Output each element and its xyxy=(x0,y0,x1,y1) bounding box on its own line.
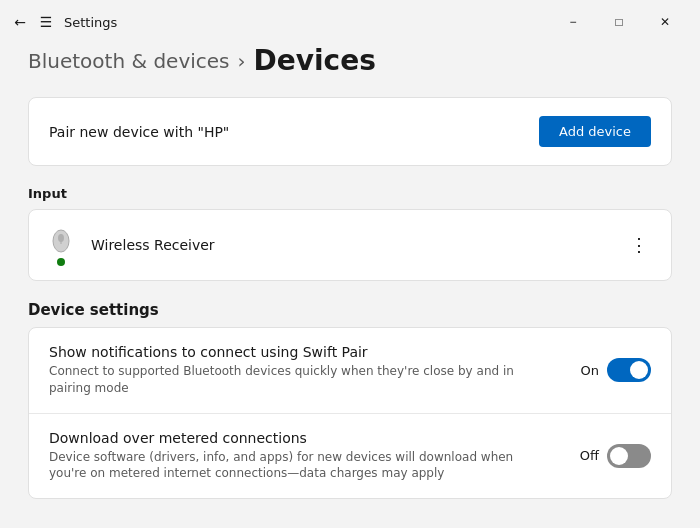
metered-connections-text: Download over metered connections Device… xyxy=(49,430,580,483)
back-button[interactable]: ← xyxy=(12,14,28,30)
minimize-button[interactable]: − xyxy=(550,6,596,38)
main-content: Bluetooth & devices › Devices Pair new d… xyxy=(0,44,700,499)
device-settings-label: Device settings xyxy=(28,301,672,319)
metered-connections-row: Download over metered connections Device… xyxy=(29,413,671,499)
close-button[interactable]: ✕ xyxy=(642,6,688,38)
swift-pair-toggle-label: On xyxy=(581,363,599,378)
device-name: Wireless Receiver xyxy=(91,237,215,253)
menu-icon[interactable]: ☰ xyxy=(38,14,54,30)
add-device-card: Pair new device with "HP" Add device xyxy=(28,97,672,166)
device-settings-card: Show notifications to connect using Swif… xyxy=(28,327,672,499)
breadcrumb-separator: › xyxy=(238,49,246,73)
input-section-label: Input xyxy=(28,186,672,201)
swift-pair-toggle-area: On xyxy=(581,358,651,382)
page-title: Devices xyxy=(254,44,376,77)
swift-pair-title: Show notifications to connect using Swif… xyxy=(49,344,551,360)
swift-pair-toggle[interactable] xyxy=(607,358,651,382)
mouse-icon xyxy=(45,224,77,256)
device-left: Wireless Receiver xyxy=(45,224,215,266)
window-title: Settings xyxy=(64,15,117,30)
add-device-button[interactable]: Add device xyxy=(539,116,651,147)
maximize-button[interactable]: □ xyxy=(596,6,642,38)
breadcrumb-parent[interactable]: Bluetooth & devices xyxy=(28,49,230,73)
toggle-knob-on xyxy=(630,361,648,379)
title-bar: ← ☰ Settings − □ ✕ xyxy=(0,0,700,40)
metered-connections-title: Download over metered connections xyxy=(49,430,550,446)
breadcrumb: Bluetooth & devices › Devices xyxy=(28,44,672,77)
metered-connections-toggle-label: Off xyxy=(580,448,599,463)
swift-pair-desc: Connect to supported Bluetooth devices q… xyxy=(49,363,551,397)
device-icon-wrap xyxy=(45,224,77,266)
device-status-dot xyxy=(57,258,65,266)
device-options-button[interactable]: ⋮ xyxy=(623,229,655,261)
metered-connections-desc: Device software (drivers, info, and apps… xyxy=(49,449,550,483)
add-device-text: Pair new device with "HP" xyxy=(49,124,229,140)
device-card: Wireless Receiver ⋮ xyxy=(28,209,672,281)
swift-pair-text: Show notifications to connect using Swif… xyxy=(49,344,581,397)
title-bar-left: ← ☰ Settings xyxy=(12,14,117,30)
window-controls: − □ ✕ xyxy=(550,6,688,38)
swift-pair-row: Show notifications to connect using Swif… xyxy=(29,328,671,413)
metered-connections-toggle[interactable] xyxy=(607,444,651,468)
toggle-knob-off xyxy=(610,447,628,465)
svg-point-2 xyxy=(58,234,64,242)
metered-connections-toggle-area: Off xyxy=(580,444,651,468)
